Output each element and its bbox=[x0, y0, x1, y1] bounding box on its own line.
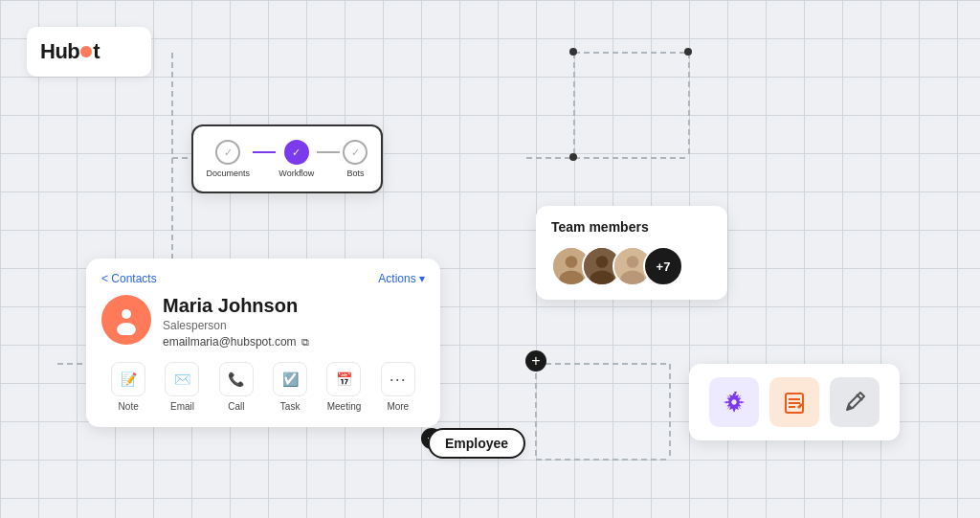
svg-point-12 bbox=[122, 309, 131, 319]
dot-node-3 bbox=[569, 153, 577, 161]
hubspot-text: Hub bbox=[40, 39, 79, 64]
svg-point-18 bbox=[596, 256, 609, 268]
step-icon-workflow: ✓ bbox=[284, 140, 309, 165]
task-label: Task bbox=[280, 401, 301, 412]
call-button[interactable]: 📞 bbox=[219, 362, 254, 396]
workflow-step-documents: ✓ Documents bbox=[207, 140, 251, 178]
hubspot-text2: t bbox=[93, 39, 100, 64]
hubspot-icon bbox=[111, 304, 142, 335]
hubspot-logo: Hub t bbox=[27, 27, 151, 77]
contact-info-section: Maria Johnson Salesperson emailmaria@hub… bbox=[101, 295, 425, 349]
action-meeting: 📅 Meeting bbox=[326, 362, 361, 412]
meeting-button[interactable]: 📅 bbox=[326, 362, 361, 396]
step-label-workflow: Workflow bbox=[278, 169, 314, 178]
team-card-title: Team members bbox=[551, 219, 712, 235]
plus-icon-1[interactable]: + bbox=[525, 350, 546, 372]
action-task: ☑️ Task bbox=[273, 362, 307, 412]
action-email: ✉️ Email bbox=[165, 362, 199, 412]
email-button[interactable]: ✉️ bbox=[165, 362, 199, 396]
task-button[interactable]: ☑️ bbox=[273, 362, 307, 396]
team-avatars: +7 bbox=[551, 246, 712, 286]
contact-email: emailmaria@hubspot.com ⧉ bbox=[163, 335, 309, 349]
team-avatar-count: +7 bbox=[643, 246, 683, 286]
action-call: 📞 Call bbox=[219, 362, 254, 412]
gear-icon bbox=[721, 389, 747, 416]
contact-avatar bbox=[101, 295, 151, 345]
team-extra-count: +7 bbox=[657, 259, 671, 274]
contact-name: Maria Johnson bbox=[163, 295, 309, 317]
step-icon-documents: ✓ bbox=[215, 140, 240, 165]
hubspot-dot bbox=[80, 46, 92, 57]
step-label-bots: Bots bbox=[346, 169, 364, 178]
team-card: Team members bbox=[536, 206, 727, 300]
workflow-card: ✓ Documents ✓ Workflow ✓ Bots bbox=[191, 124, 383, 193]
action-note: 📝 Note bbox=[111, 362, 145, 412]
workflow-step-bots: ✓ Bots bbox=[343, 140, 368, 178]
contact-role: Salesperson bbox=[163, 319, 309, 332]
employee-badge: Employee bbox=[428, 428, 525, 459]
copy-icon[interactable]: ⧉ bbox=[301, 336, 309, 349]
meeting-label: Meeting bbox=[327, 401, 362, 412]
more-label: More bbox=[387, 401, 409, 412]
note-button[interactable]: 📝 bbox=[111, 362, 145, 396]
step-label-documents: Documents bbox=[207, 169, 251, 178]
contact-actions-link[interactable]: Actions ▾ bbox=[378, 272, 425, 285]
contact-back-link[interactable]: < Contacts bbox=[101, 272, 157, 285]
step-icon-bots: ✓ bbox=[343, 140, 368, 165]
workflow-connector-1 bbox=[253, 151, 276, 153]
action-more: ··· More bbox=[381, 362, 415, 412]
edit-list-tool-button[interactable] bbox=[769, 377, 819, 427]
note-label: Note bbox=[119, 401, 139, 412]
svg-point-21 bbox=[627, 256, 639, 268]
tools-card bbox=[689, 364, 900, 440]
workflow-connector-2 bbox=[317, 151, 340, 153]
edit-list-icon bbox=[781, 389, 808, 416]
pen-tool-button[interactable] bbox=[830, 377, 880, 427]
call-label: Call bbox=[228, 401, 244, 412]
dot-node-2 bbox=[684, 48, 692, 56]
dot-node-1 bbox=[569, 48, 577, 56]
employee-badge-label: Employee bbox=[445, 436, 508, 451]
contact-details: Maria Johnson Salesperson emailmaria@hub… bbox=[163, 295, 309, 349]
contact-actions-bar: 📝 Note ✉️ Email 📞 Call ☑️ Task 📅 Meeting… bbox=[101, 362, 425, 412]
svg-point-15 bbox=[566, 256, 578, 268]
workflow-step-workflow: ✓ Workflow bbox=[278, 140, 314, 178]
email-label: Email bbox=[170, 401, 194, 412]
contact-email-text: emailmaria@hubspot.com bbox=[163, 335, 297, 349]
contact-card: < Contacts Actions ▾ Maria Johnson Sales… bbox=[86, 259, 440, 427]
settings-tool-button[interactable] bbox=[709, 377, 759, 427]
pen-icon bbox=[841, 389, 868, 416]
contact-card-header: < Contacts Actions ▾ bbox=[101, 272, 425, 285]
more-button[interactable]: ··· bbox=[381, 362, 415, 396]
